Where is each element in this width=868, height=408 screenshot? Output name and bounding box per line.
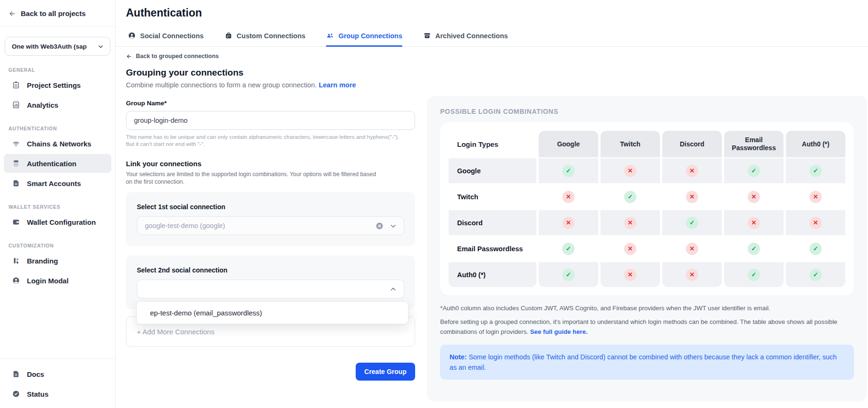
- group-name-label: Group Name*: [126, 100, 415, 107]
- select2-label: Select 2nd social connection: [137, 266, 404, 274]
- sidebar-item-login-modal[interactable]: Login Modal: [4, 271, 111, 290]
- select1-label: Select 1st social connection: [137, 203, 404, 211]
- sidebar-item-label: Smart Accounts: [27, 179, 81, 187]
- check-icon: ✓: [810, 243, 822, 255]
- sidebar-item-docs[interactable]: Docs: [4, 365, 111, 383]
- sidebar-item-label: Branding: [27, 257, 58, 265]
- cross-icon: ✕: [562, 217, 575, 229]
- table-column-header: Discord: [662, 131, 722, 157]
- wifi-icon: [12, 139, 20, 148]
- table-cell: ✓: [601, 184, 660, 209]
- check-icon: ✓: [748, 165, 760, 177]
- sidebar-item-branding[interactable]: Branding: [4, 251, 111, 270]
- table-column-header: Twitch: [601, 131, 660, 157]
- table-cell: ✕: [662, 184, 722, 209]
- select1-dropdown[interactable]: google-test-demo (google): [137, 216, 404, 235]
- dropdown-option[interactable]: ep-test-demo (email_passwordless): [137, 302, 408, 324]
- cross-icon: ✕: [810, 191, 822, 203]
- section-label: GENERAL: [8, 67, 107, 73]
- cross-icon: ✕: [810, 217, 822, 229]
- create-group-button[interactable]: Create Group: [356, 363, 415, 381]
- back-to-projects-label: Back to all projects: [21, 9, 86, 17]
- sidebar-item-label: Status: [27, 390, 49, 398]
- clear-selection-icon[interactable]: [376, 222, 384, 230]
- first-connection-card: Select 1st social connection google-test…: [126, 192, 415, 246]
- file-icon: [12, 179, 20, 187]
- table-column-header: Google: [539, 131, 598, 157]
- table-cell: ✕: [601, 262, 660, 287]
- table-corner-header: Login Types: [449, 131, 536, 157]
- sidebar-item-chains-networks[interactable]: Chains & Networks: [4, 134, 111, 153]
- check-icon: ✓: [562, 269, 575, 281]
- table-column-header: Auth0 (*): [786, 131, 845, 157]
- sidebar-item-wallet-configuration[interactable]: Wallet Configuration: [4, 212, 111, 231]
- page-title: Authentication: [116, 0, 868, 19]
- chart-icon: [12, 101, 20, 109]
- note-label: Note:: [450, 353, 467, 361]
- main-content: Authentication Social Connections Custom…: [116, 0, 868, 408]
- project-selector-value: One with Web3Auth (sap: [12, 43, 87, 50]
- tab-label: Group Connections: [338, 32, 402, 40]
- sidebar-item-analytics[interactable]: Analytics: [4, 95, 111, 114]
- learn-more-link[interactable]: Learn more: [319, 81, 356, 89]
- table-cell: ✕: [662, 236, 722, 261]
- back-to-projects-link[interactable]: Back to all projects: [0, 0, 115, 26]
- back-link-label: Back to grouped connections: [136, 53, 219, 60]
- chevron-down-icon: [389, 222, 397, 230]
- table-cell: ✓: [539, 236, 598, 261]
- back-to-grouped-connections-link[interactable]: Back to grouped connections: [126, 53, 415, 60]
- table-cell: ✕: [662, 158, 722, 183]
- check-icon: ✓: [810, 269, 822, 281]
- section-label: CUSTOMIZATION: [8, 243, 107, 248]
- table-cell: ✓: [724, 262, 784, 287]
- table-column-header: Email Passwordless: [724, 131, 784, 157]
- tab-label: Custom Connections: [237, 32, 306, 40]
- tabbar: Social Connections Custom Connections Gr…: [116, 26, 868, 47]
- group-name-input[interactable]: [126, 111, 415, 130]
- section-label: AUTHENTICATION: [8, 126, 107, 131]
- check-icon: ✓: [624, 191, 636, 203]
- table-cell: ✓: [724, 236, 784, 261]
- link-connections-description: Your selections are limited to the suppo…: [126, 170, 381, 186]
- cross-icon: ✕: [686, 243, 698, 255]
- select2-options-popup: ep-test-demo (email_passwordless): [137, 302, 408, 324]
- chevron-up-icon: [389, 285, 397, 293]
- tab-social-connections[interactable]: Social Connections: [128, 32, 204, 46]
- full-guide-link[interactable]: See full guide here.: [530, 328, 588, 335]
- table-cell: ✕: [601, 158, 660, 183]
- login-combinations-panel: POSSIBLE LOGIN COMBINATIONS Login TypesG…: [427, 96, 867, 401]
- group-name-helper: This name has to be unique and can only …: [126, 134, 415, 148]
- cross-icon: ✕: [624, 269, 636, 281]
- sidebar-nav: GENERALProject SettingsAnalyticsAUTHENTI…: [0, 67, 115, 290]
- project-selector[interactable]: One with Web3Auth (sap: [5, 37, 110, 56]
- table-cell: ✕: [539, 184, 598, 209]
- select2-dropdown[interactable]: [137, 280, 404, 298]
- clipboard-icon: [12, 81, 20, 89]
- tab-custom-connections[interactable]: Custom Connections: [225, 32, 306, 46]
- sidebar-item-status[interactable]: Status: [4, 384, 111, 403]
- check-icon: ✓: [686, 217, 698, 229]
- table-cell: ✕: [601, 236, 660, 261]
- tab-group-connections[interactable]: Group Connections: [326, 32, 402, 46]
- user-circle-icon: [12, 276, 20, 285]
- sidebar-item-label: Analytics: [27, 101, 58, 109]
- sidebar-item-authentication[interactable]: Authentication: [4, 154, 111, 173]
- section-label: WALLET SERVICES: [8, 204, 107, 210]
- check-circle-icon: [12, 390, 20, 398]
- check-icon: ✓: [810, 165, 822, 177]
- table-cell: ✓: [786, 158, 845, 183]
- section-subtitle: Combine multiple connections to form a n…: [126, 81, 415, 89]
- social-person-icon: [128, 32, 136, 40]
- table-cell: ✕: [786, 184, 845, 209]
- group-people-icon: [326, 32, 334, 40]
- sidebar-item-project-settings[interactable]: Project Settings: [4, 76, 111, 94]
- table-cell: ✓: [539, 158, 598, 183]
- table-cell: ✓: [786, 262, 845, 287]
- tab-archived-connections[interactable]: Archived Connections: [423, 32, 508, 46]
- tab-label: Archived Connections: [435, 32, 508, 40]
- sidebar-item-smart-accounts[interactable]: Smart Accounts: [4, 174, 111, 193]
- combinations-card: Login TypesGoogleTwitchDiscordEmail Pass…: [440, 122, 854, 296]
- table-cell: ✓: [662, 210, 722, 235]
- file-icon: [12, 370, 20, 378]
- panel-description: Before setting up a grouped connection, …: [440, 317, 854, 337]
